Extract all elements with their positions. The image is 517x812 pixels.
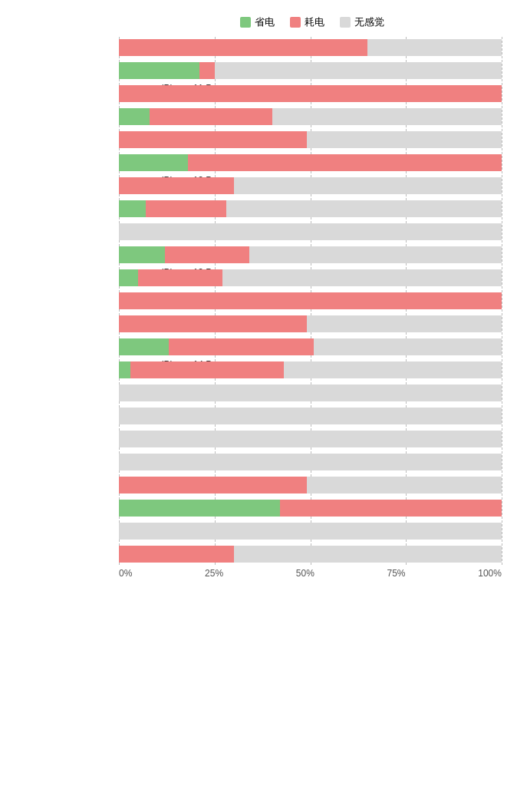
x-axis-label: 100% <box>478 568 502 579</box>
chart-container: 省电耗电无感觉 iPhone 11iPhone 11 ProiPhone 11 … <box>0 8 517 602</box>
bar-segment-pink <box>138 269 222 286</box>
bar-row: iPhone 11 ProMax <box>119 83 502 104</box>
legend-label: 耗电 <box>305 15 324 29</box>
rows-wrapper: iPhone 11iPhone 11 ProiPhone 11 ProMaxiP… <box>119 37 502 565</box>
legend-item: 无感觉 <box>340 15 384 29</box>
bar-track <box>119 292 502 309</box>
bar-track <box>119 500 502 517</box>
bar-row: iPhone X <box>119 474 502 496</box>
bar-track <box>119 477 502 493</box>
bar-track <box>119 269 502 286</box>
bar-row: iPhone 13 ProMax <box>119 267 502 289</box>
bar-row: iPhone 14 Plus <box>119 313 502 335</box>
bar-track <box>119 385 502 401</box>
bar-row: iPhone 14 <box>119 290 502 312</box>
bar-row: iPhone SE 第2代 <box>119 428 502 450</box>
bar-track <box>119 338 502 355</box>
bar-segment-pink <box>119 292 502 309</box>
x-axis-label: 50% <box>296 568 314 579</box>
bar-row: iPhone 12 ProMax <box>119 175 502 196</box>
bar-segment-pink <box>119 177 234 194</box>
bar-track <box>119 431 502 447</box>
bar-row: iPhone XR <box>119 497 502 519</box>
bar-segment-pink <box>119 39 367 56</box>
x-axis-label: 0% <box>119 568 132 579</box>
bar-row: iPhone 12 <box>119 106 502 127</box>
bar-row: iPhone 8 Plus <box>119 405 502 427</box>
bar-row: iPhone XS Max <box>119 543 502 565</box>
bar-track <box>119 223 502 240</box>
bar-segment-pink <box>199 62 215 79</box>
legend-label: 省电 <box>255 15 275 29</box>
bar-row: iPhone 13 <box>119 198 502 220</box>
bar-track <box>119 523 502 540</box>
legend-label: 无感觉 <box>354 15 384 29</box>
bar-segment-green <box>119 108 150 125</box>
bar-segment-pink <box>150 108 272 125</box>
bar-track <box>119 546 502 563</box>
bar-track <box>119 361 502 378</box>
bar-row: iPhone 11 <box>119 37 502 58</box>
bar-track <box>119 315 502 332</box>
bar-track <box>119 177 502 194</box>
bar-segment-pink <box>119 546 234 563</box>
bar-segment-pink <box>165 246 249 263</box>
bar-segment-pink <box>169 338 314 355</box>
bar-track <box>119 131 502 148</box>
chart-area: iPhone 11iPhone 11 ProiPhone 11 ProMaxiP… <box>8 37 509 565</box>
x-axis-label: 25% <box>205 568 223 579</box>
bar-segment-green <box>119 338 169 355</box>
bar-segment-green <box>119 246 165 263</box>
bar-track <box>119 200 502 217</box>
legend-item: 省电 <box>240 15 275 29</box>
bar-segment-green <box>119 361 130 378</box>
bar-track <box>119 39 502 56</box>
bar-track <box>119 154 502 171</box>
bar-segment-pink <box>119 85 502 102</box>
bar-row: iPhone 14 ProMax <box>119 359 502 381</box>
bar-segment-pink <box>130 361 284 378</box>
bar-track <box>119 408 502 424</box>
bar-track <box>119 85 502 102</box>
bar-row: iPhone SE 第3代 <box>119 451 502 473</box>
bar-segment-pink <box>119 477 307 493</box>
bar-track <box>119 454 502 470</box>
x-axis-label: 75% <box>387 568 406 579</box>
bar-row: iPhone 12 mini <box>119 129 502 150</box>
bar-row: iPhone 13 Pro <box>119 244 502 266</box>
legend-color <box>340 17 351 28</box>
bar-row: iPhone 14 Pro <box>119 336 502 358</box>
bar-row: iPhone 11 Pro <box>119 60 502 81</box>
bar-segment-pink <box>146 200 226 217</box>
bar-row: iPhone XS <box>119 520 502 542</box>
bar-segment-pink <box>119 131 307 148</box>
bar-segment-green <box>119 269 138 286</box>
bar-track <box>119 246 502 263</box>
bar-segment-green <box>119 200 146 217</box>
x-axis: 0%25%50%75%100% <box>8 568 509 579</box>
bar-segment-pink <box>280 500 502 517</box>
legend-item: 耗电 <box>290 15 324 29</box>
bar-segment-pink <box>119 315 307 332</box>
bar-row: iPhone 12 Pro <box>119 152 502 173</box>
legend-color <box>240 17 251 28</box>
legend-color <box>290 17 301 28</box>
bar-row: iPhone 8 <box>119 382 502 404</box>
bar-segment-green <box>119 154 188 171</box>
bar-segment-green <box>119 62 199 79</box>
bar-segment-green <box>119 500 280 517</box>
legend: 省电耗电无感觉 <box>8 15 509 29</box>
bar-segment-pink <box>188 154 502 171</box>
bar-track <box>119 62 502 79</box>
bar-track <box>119 108 502 125</box>
bar-row: iPhone 13 mini <box>119 221 502 243</box>
grid-line-100 <box>502 37 502 565</box>
